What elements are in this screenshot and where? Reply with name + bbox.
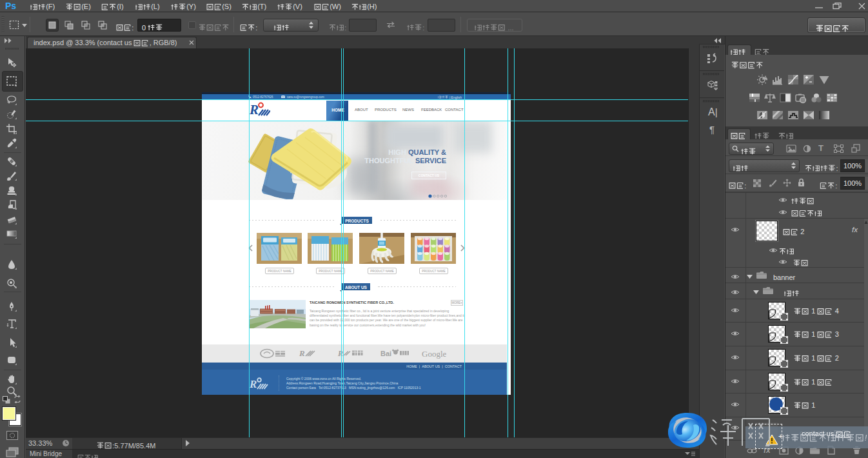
svg-text:R: R (299, 348, 305, 358)
svg-text:R: R (250, 378, 257, 390)
svg-text:Google: Google (422, 349, 446, 359)
svg-text:R: R (337, 349, 343, 358)
svg-text:R: R (250, 102, 259, 116)
svg-text:sara.xu@rongwengroup.com: sara.xu@rongwengroup.com (287, 95, 324, 99)
svg-text:Bai: Bai (380, 350, 391, 357)
svg-text:0512-82767626: 0512-82767626 (253, 95, 273, 99)
